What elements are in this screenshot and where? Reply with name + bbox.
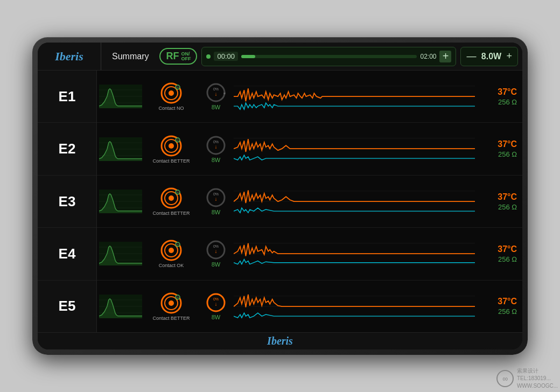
power-minus-button[interactable]: — [466,51,476,62]
power-indicator-e4: 0% ↓ 8W [200,240,232,268]
power-watts-e2: 8W [212,157,221,163]
table-row: C Contact OK 0% ↓ 8W [97,228,522,280]
power-watts-e1: 8W [212,104,221,110]
sidebar-item-e1[interactable]: E1 [38,71,96,123]
watermark: ∞ 索果设计 TEL:183019... WWW.SOOGC... [496,367,558,390]
device-frame: Iberis Summary RF ON/ OFF 00:00 02:00 + [32,37,528,355]
sidebar-item-e3[interactable]: E3 [38,176,96,228]
stats-section-e1: 37°C 256 Ω [477,87,520,106]
power-indicator-e1: 0% ↓ 8W [200,82,232,110]
stats-section-e4: 37°C 256 Ω [477,244,520,263]
svg-text:↓: ↓ [215,248,218,254]
temp-value-e1: 37°C [498,87,517,97]
stats-section-e3: 37°C 256 Ω [477,192,520,211]
power-value-display: 8.0W [479,52,503,61]
chart-area-e4 [234,228,475,279]
watermark-logo-icon: ∞ [496,370,514,387]
watermark-web: WWW.SOOGC... [517,382,558,390]
svg-text:C: C [177,192,179,195]
brand-section: Iberis [42,43,101,70]
power-indicator-e2: 0% ↓ 8W [200,135,232,163]
resistance-value-e3: 256 Ω [498,203,517,211]
power-indicator-e5: 0% ↓ 8W [200,292,232,320]
sidebar-item-e4[interactable]: E4 [38,228,96,280]
temp-value-e3: 37°C [498,192,517,202]
temp-value-e2: 37°C [498,139,517,149]
contact-label-e4: Contact OK [159,263,184,268]
chart-area-e1 [234,71,475,122]
timer-progress-bar [241,55,417,58]
power-plus-button[interactable]: + [506,51,512,62]
svg-point-76 [169,300,174,306]
contact-section-e4: C Contact OK [144,239,198,268]
contact-label-e3: Contact BETTER [152,211,190,216]
wave-thumbnail-e1 [99,85,142,108]
svg-point-25 [169,143,174,149]
contact-section-e2: C Contact BETTER [144,135,198,164]
power-watts-e5: 8W [212,314,221,320]
contact-label-e2: Contact BETTER [152,158,190,164]
svg-point-7 [169,90,174,96]
table-row: C Contact BETTER 0% ↓ 8W [97,176,522,228]
top-bar: Iberis Summary RF ON/ OFF 00:00 02:00 + [38,43,522,71]
stats-section-e5: 37°C 256 Ω [477,297,520,316]
svg-text:↓: ↓ [215,91,218,97]
contact-section-e5: C Contact BETTER [144,292,198,321]
svg-text:0%: 0% [213,297,219,301]
power-section: — 8.0W + [460,47,518,66]
contact-label-e1: Contact NO [158,106,184,111]
bottom-brand-section: Iberis [38,332,522,349]
sidebar-item-e5[interactable]: E5 [38,281,96,332]
summary-button[interactable]: Summary [106,50,155,64]
chart-area-e3 [234,176,475,227]
timer-current-value: 00:00 [214,52,238,61]
bottom-brand-logo: Iberis [267,335,293,347]
electrode-sidebar: E1 E2 E3 E4 E5 [38,71,97,332]
wave-thumbnail-e4 [99,242,142,265]
resistance-value-e2: 256 Ω [498,150,517,158]
timer-bar-fill [241,55,255,58]
svg-text:0%: 0% [213,140,219,144]
rf-label: RF [166,51,179,62]
sidebar-item-e2[interactable]: E2 [38,123,96,175]
resistance-value-e1: 256 Ω [498,98,517,106]
power-indicator-e3: 0% ↓ 8W [200,187,232,215]
svg-text:C: C [177,87,179,90]
svg-text:0%: 0% [213,192,219,196]
contact-section-e3: C Contact BETTER [144,187,198,216]
timer-end-value: 02:00 [420,53,436,60]
watermark-tel: TEL:183019... [517,375,558,382]
power-watts-e3: 8W [212,209,221,215]
right-panel: C Contact NO 0% ↓ 8W [97,71,522,332]
svg-text:0%: 0% [213,87,219,91]
wave-thumbnail-e3 [99,190,142,213]
power-watts-e4: 8W [212,261,221,268]
table-row: C Contact NO 0% ↓ 8W [97,71,522,123]
resistance-value-e4: 256 Ω [498,255,517,263]
svg-point-59 [169,248,174,253]
timer-section: 00:00 02:00 + [201,47,456,66]
rf-onoff: ON/ OFF [181,52,191,61]
chart-area-e2 [234,123,475,174]
brand-logo: Iberis [55,50,83,64]
stats-section-e2: 37°C 256 Ω [477,139,520,158]
contact-label-e5: Contact BETTER [152,316,190,321]
svg-text:C: C [177,296,179,299]
timer-plus-button[interactable]: + [439,51,451,62]
svg-text:↓: ↓ [215,144,218,150]
rf-off-label: OFF [181,57,191,61]
temp-value-e4: 37°C [498,244,517,254]
device-screen: Iberis Summary RF ON/ OFF 00:00 02:00 + [38,43,522,349]
table-row: C Contact BETTER 0% ↓ 8W [97,123,522,175]
wave-thumbnail-e5 [99,295,142,318]
svg-text:C: C [177,139,179,142]
chart-area-e5 [234,281,475,332]
watermark-company: 索果设计 [517,367,558,375]
svg-text:↓: ↓ [215,196,218,202]
wave-thumbnail-e2 [99,137,142,161]
contact-section-e1: C Contact NO [144,82,198,111]
rf-button[interactable]: RF ON/ OFF [159,48,197,65]
svg-text:↓: ↓ [215,301,218,307]
temp-value-e5: 37°C [498,297,517,306]
svg-point-42 [169,195,174,201]
